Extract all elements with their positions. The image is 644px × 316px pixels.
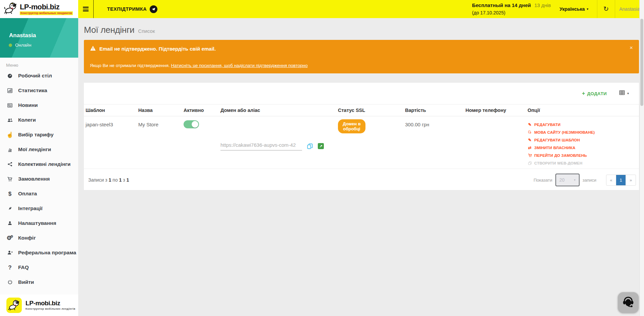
- sidebar-profile: Anastasia Онлайн: [0, 18, 78, 58]
- email-warning-banner: Email не підтверджено. Підтвердіть свій …: [84, 40, 639, 73]
- col-header-template: Шаблон: [84, 105, 137, 116]
- edit-icon: ✎: [528, 123, 532, 127]
- pagination-controls: Показати 20 ▾ записи « 1 »: [534, 174, 636, 186]
- col-header-ssl: Статус SSL: [336, 105, 403, 116]
- rows-label: записи: [583, 178, 596, 183]
- newspaper-icon: [6, 103, 13, 108]
- chevron-down-icon: ▾: [587, 7, 588, 11]
- sidebar-toggle-button[interactable]: [78, 0, 94, 18]
- page-header: Мої лендінги Список: [78, 18, 639, 40]
- main-content: Мої лендінги Список Email не підтверджен…: [78, 18, 639, 316]
- gears-icon: ⚙⚙: [6, 235, 13, 241]
- cell-price: 300.00 грн: [403, 116, 464, 169]
- sidebar-item-referral[interactable]: Реферальна програма: [0, 245, 78, 260]
- brand-title: LP-mobi.biz: [20, 3, 73, 11]
- resend-confirmation-link[interactable]: Натисніть це посилання, щоб надіслати пі…: [171, 63, 308, 68]
- option-edit[interactable]: ✎ РЕДАГУВАТИ: [528, 121, 636, 128]
- language-icon: [528, 130, 532, 134]
- brand-tagline: Конструктор мобильных лендингов: [20, 11, 73, 15]
- language-selected: Українська: [559, 6, 585, 12]
- footer-logo-title: LP-mobi.biz: [26, 300, 76, 307]
- refresh-button[interactable]: ↻: [597, 0, 615, 18]
- pager-page-1-button[interactable]: 1: [616, 175, 626, 185]
- option-site-language[interactable]: МОВА САЙТУ (НЕЗМІНЮВАНЕ): [528, 128, 636, 136]
- sidebar-item-payment[interactable]: $ Оплата: [0, 186, 78, 201]
- pager-next-button[interactable]: »: [626, 175, 636, 185]
- trial-plan: Бесплатный на 14 дней: [472, 2, 531, 8]
- sidebar-footer-logo[interactable]: LP-mobi.biz Конструктор мобільних лендін…: [0, 295, 78, 316]
- app-badge-icon: [6, 298, 22, 313]
- online-status-icon: [9, 44, 12, 47]
- dollar-icon: $: [6, 191, 13, 197]
- trial-until-date: (до 17.10.2025): [472, 9, 551, 16]
- telegram-icon: [150, 5, 157, 13]
- tech-support-label: ТЕХПІДТРИМКА: [107, 6, 147, 12]
- records-summary: Записи з 1 по 1 з 1: [88, 177, 129, 183]
- sidebar-item-tariff[interactable]: ☝ Вибір тарифу: [0, 127, 78, 142]
- cell-ssl-status: Домен в обробці: [336, 116, 403, 169]
- hand-pointer-icon: ☝: [6, 132, 13, 138]
- page-scrollbar[interactable]: [639, 0, 644, 316]
- profile-status-label: Онлайн: [15, 43, 31, 48]
- copy-icon[interactable]: [307, 143, 313, 149]
- add-landing-button[interactable]: + ДОДАТИ: [582, 91, 607, 96]
- landings-table-card: + ДОДАТИ ▾ Шаблон Назва Активно Домен аб…: [84, 83, 639, 190]
- col-header-price: Вартість: [403, 105, 464, 116]
- trial-info: Бесплатный на 14 дней 13 днів (до 17.10.…: [472, 2, 551, 16]
- profile-name: Anastasia: [9, 32, 78, 39]
- sidebar-item-colleagues[interactable]: Колеги: [0, 113, 78, 127]
- refresh-icon: ↻: [603, 5, 609, 12]
- cart-icon: [6, 176, 13, 182]
- close-icon[interactable]: ×: [630, 45, 633, 51]
- users-icon: [6, 117, 13, 123]
- alert-body-text: Якщо Ви не отримали підтвердження. Натис…: [90, 63, 626, 68]
- active-toggle[interactable]: [184, 120, 199, 128]
- sidebar-item-faq[interactable]: ? FAQ: [0, 260, 78, 275]
- brand-logo[interactable]: LP-mobi.biz Конструктор мобильных лендин…: [0, 0, 78, 18]
- chevron-down-icon: ▾: [574, 178, 576, 182]
- menu-section-label: Меню: [6, 63, 78, 68]
- language-selector[interactable]: Українська ▾: [559, 6, 588, 12]
- domain-input[interactable]: [220, 142, 302, 150]
- topbar-right: Бесплатный на 14 дней 13 днів (до 17.10.…: [472, 0, 644, 18]
- power-icon: [6, 279, 13, 285]
- option-edit-template[interactable]: ✎ РЕДАГУВАТИ ШАБЛОН: [528, 136, 636, 144]
- sidebar-item-orders[interactable]: Замовлення: [0, 172, 78, 186]
- sidebar-item-logout[interactable]: Вийти: [0, 275, 78, 290]
- cell-name: My Store: [137, 116, 182, 169]
- col-header-domain: Домен або аліас: [219, 105, 336, 116]
- columns-view-button[interactable]: ▾: [619, 90, 629, 97]
- warning-icon: [90, 46, 96, 52]
- support-chat-button[interactable]: [618, 292, 639, 313]
- sidebar-item-statistics[interactable]: Статистика: [0, 83, 78, 98]
- sidebar-item-config[interactable]: ⚙⚙ Конфіг: [0, 231, 78, 245]
- scrollbar-thumb[interactable]: [640, 19, 643, 106]
- sidebar-item-collective-landings[interactable]: Колективні лендінги: [0, 157, 78, 172]
- sidebar-item-settings[interactable]: Налаштування: [0, 216, 78, 231]
- footer-logo-tagline: Конструктор мобільних лендінгів: [26, 308, 76, 311]
- option-go-to-orders[interactable]: ПЕРЕЙТИ ДО ЗАМОВЛЕНЬ: [528, 151, 636, 159]
- option-change-owner[interactable]: ⇄ ЗМІНИТИ ВЛАСНИКА: [528, 144, 636, 151]
- plug-icon: [6, 206, 13, 211]
- option-create-web-domain: СТВОРИТИ WEB-ДОМЕН: [528, 159, 636, 167]
- chevron-down-icon: ▾: [627, 91, 629, 95]
- open-external-icon[interactable]: ↗: [318, 143, 324, 149]
- sidebar-item-integrations[interactable]: Інтеграції: [0, 201, 78, 216]
- table-footer: Записи з 1 по 1 з 1 Показати 20 ▾ записи…: [84, 170, 639, 190]
- pager-prev-button[interactable]: «: [606, 175, 616, 185]
- page-size-select[interactable]: 20 ▾: [555, 174, 580, 186]
- col-header-phone: Номер телефону: [464, 105, 526, 116]
- sidebar: Anastasia Онлайн Меню Робочий стіл Стати…: [0, 18, 78, 316]
- table-row: japan-steel3 My Store ↗ Домен в обробці …: [84, 116, 639, 169]
- bar-chart-icon: [6, 88, 13, 93]
- exchange-icon: ⇄: [528, 146, 532, 150]
- app-window: LP-mobi.biz Конструктор мобильных лендин…: [0, 0, 644, 316]
- sidebar-item-dashboard[interactable]: Робочий стіл: [0, 68, 78, 83]
- sidebar-item-news[interactable]: Новини: [0, 98, 78, 113]
- plus-icon: +: [582, 91, 585, 96]
- hamburger-icon: [83, 7, 89, 8]
- sidebar-item-my-landings[interactable]: Мої лендінги: [0, 142, 78, 157]
- show-label: Показати: [534, 178, 552, 183]
- tech-support-link[interactable]: ТЕХПІДТРИМКА: [107, 0, 157, 18]
- table-toolbar: + ДОДАТИ ▾: [84, 83, 639, 104]
